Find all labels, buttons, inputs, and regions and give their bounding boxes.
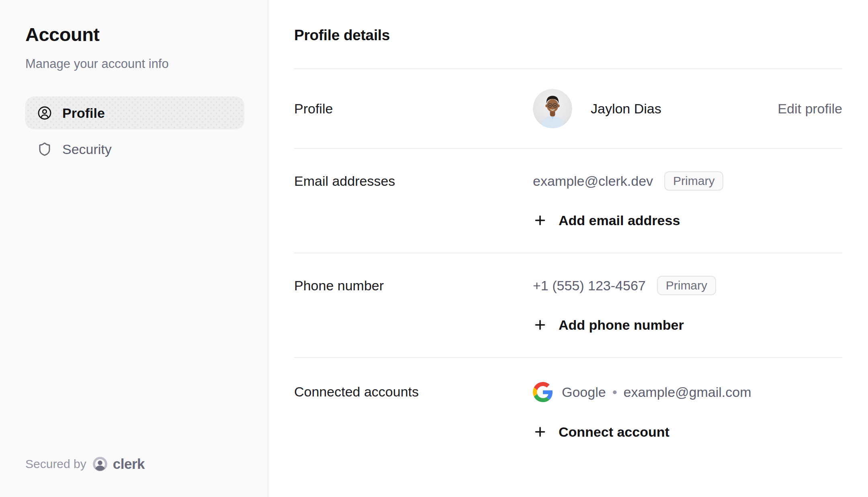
primary-badge: Primary (664, 171, 723, 191)
user-circle-icon (37, 106, 52, 120)
profile-row: Profile (294, 69, 842, 149)
sidebar-nav: Profile Security (25, 97, 244, 166)
row-label-email: Email addresses (294, 171, 533, 191)
sidebar-item-label: Profile (62, 105, 105, 121)
plus-icon (533, 213, 547, 228)
shield-icon (37, 142, 52, 156)
phone-value: +1 (555) 123-4567 (533, 278, 646, 294)
edit-profile-button[interactable]: Edit profile (778, 101, 842, 117)
email-addresses-row: Email addresses example@clerk.dev Primar… (294, 149, 842, 253)
clerk-wordmark[interactable]: clerk (113, 456, 145, 472)
add-phone-label: Add phone number (559, 317, 684, 333)
phone-number-row: Phone number +1 (555) 123-4567 Primary A… (294, 253, 842, 358)
sidebar-item-profile[interactable]: Profile (25, 97, 244, 129)
secured-by-label: Secured by (25, 457, 86, 471)
email-value-column: example@clerk.dev Primary Add email addr… (533, 171, 842, 230)
avatar (533, 89, 572, 128)
row-label-phone: Phone number (294, 276, 533, 295)
primary-badge: Primary (657, 276, 716, 295)
profile-value: Jaylon Dias (533, 89, 778, 128)
phone-value-column: +1 (555) 123-4567 Primary Add phone numb… (533, 276, 842, 335)
sidebar: Account Manage your account info Profile… (0, 0, 268, 497)
connected-value-column: Google • example@gmail.com Connect accou… (533, 382, 842, 442)
section-header: Profile details (294, 0, 842, 69)
account-title: Account (25, 23, 244, 46)
connected-account-entry: Google • example@gmail.com (533, 382, 842, 402)
row-label-connected: Connected accounts (294, 382, 533, 401)
provider-name: Google (562, 384, 606, 400)
account-subtitle: Manage your account info (25, 56, 244, 72)
plus-icon (533, 318, 547, 332)
clerk-logo-icon (92, 456, 108, 472)
google-icon (533, 382, 553, 402)
secured-by-footer: Secured by clerk (25, 456, 145, 472)
connect-account-button[interactable]: Connect account (533, 422, 842, 442)
connected-accounts-row: Connected accounts Google • example@gmai… (294, 358, 842, 458)
add-phone-button[interactable]: Add phone number (533, 315, 842, 335)
email-entry: example@clerk.dev Primary (533, 171, 842, 191)
separator-dot: • (612, 384, 617, 400)
email-value: example@clerk.dev (533, 173, 653, 189)
sidebar-item-label: Security (62, 142, 112, 157)
profile-details-panel: Profile details Profile (268, 0, 868, 497)
page-title: Profile details (294, 27, 842, 44)
row-label-profile: Profile (294, 99, 533, 118)
sidebar-item-security[interactable]: Security (25, 133, 244, 166)
connected-email: example@gmail.com (624, 384, 751, 400)
phone-entry: +1 (555) 123-4567 Primary (533, 276, 842, 295)
connect-account-label: Connect account (559, 424, 669, 440)
plus-icon (533, 425, 547, 439)
user-name: Jaylon Dias (591, 101, 661, 117)
add-email-button[interactable]: Add email address (533, 211, 842, 230)
add-email-label: Add email address (559, 213, 680, 228)
